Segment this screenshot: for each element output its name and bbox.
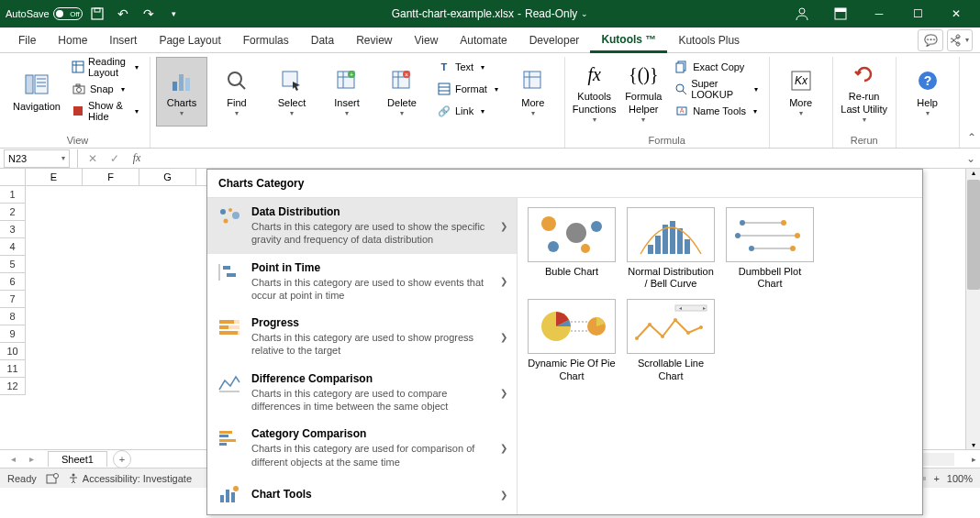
fx-icon[interactable]: fx <box>126 149 148 168</box>
chart-dynamic-pie[interactable]: Dynamic Pie Of Pie Chart <box>527 299 617 381</box>
svg-rect-81 <box>685 239 690 254</box>
tab-view[interactable]: View <box>404 28 450 53</box>
help-button[interactable]: ? Help▾ <box>902 57 953 127</box>
tab-page-layout[interactable]: Page Layout <box>148 28 231 53</box>
formula-expand-icon[interactable]: ⌄ <box>962 149 980 168</box>
sheet-tab[interactable]: Sheet1 <box>48 451 107 467</box>
category-category-comparison[interactable]: Category ComparisonCharts in this catego… <box>207 420 517 476</box>
chart-dumbbell[interactable]: Dumbbell Plot Chart <box>725 207 815 290</box>
more-button[interactable]: More▾ <box>507 57 559 127</box>
row-header[interactable]: 6 <box>0 273 26 291</box>
save-icon[interactable] <box>86 3 108 25</box>
row-header[interactable]: 4 <box>0 238 26 256</box>
chart-bubble[interactable]: Buble Chart <box>527 207 617 290</box>
tab-developer[interactable]: Developer <box>518 28 591 53</box>
redo-icon[interactable]: ↷ <box>138 3 160 25</box>
category-progress[interactable]: ProgressCharts in this category are used… <box>207 309 517 365</box>
svg-point-102 <box>686 331 690 335</box>
svg-point-51 <box>232 212 239 219</box>
select-button[interactable]: Select▾ <box>266 57 317 127</box>
tab-review[interactable]: Review <box>345 28 403 53</box>
row-header[interactable]: 9 <box>0 325 26 343</box>
row-header[interactable]: 5 <box>0 256 26 273</box>
row-header[interactable]: 11 <box>0 360 26 378</box>
camera-icon <box>72 82 86 96</box>
undo-icon[interactable]: ↶ <box>112 3 134 25</box>
ribbon-options-icon[interactable] <box>822 0 859 28</box>
category-data-distribution[interactable]: Data DistributionCharts in this category… <box>207 198 517 254</box>
kutools-functions-button[interactable]: fx Kutools Functions▾ <box>571 57 618 127</box>
enter-formula-icon[interactable]: ✓ <box>104 149 126 168</box>
vertical-scrollbar[interactable]: ▴ ▾ <box>965 169 980 449</box>
svg-rect-68 <box>226 490 229 502</box>
autosave-toggle[interactable]: AutoSave Off <box>6 7 83 20</box>
row-header[interactable]: 2 <box>0 204 26 221</box>
category-point-in-time[interactable]: Point in TimeCharts in this category are… <box>207 254 517 310</box>
help-icon: ? <box>913 66 942 95</box>
tab-insert[interactable]: Insert <box>98 28 148 53</box>
vscroll-thumb[interactable] <box>967 180 980 290</box>
rerun-button[interactable]: Re-run Last Utility▾ <box>839 57 890 127</box>
category-chart-tools[interactable]: Chart Tools ❯ <box>207 476 517 514</box>
chart-normal-distribution[interactable]: Normal Distribution / Bell Curve <box>626 207 716 290</box>
share-icon[interactable]: ▾ <box>947 29 973 51</box>
col-header[interactable]: F <box>83 169 139 186</box>
formula-helper-button[interactable]: {()} Formula Helper▾ <box>622 57 666 127</box>
hscroll-right[interactable]: ▸ <box>967 453 980 466</box>
col-header[interactable]: G <box>139 169 196 186</box>
tab-kutools[interactable]: Kutools ™ <box>590 28 667 53</box>
zoom-in[interactable]: + <box>933 473 939 484</box>
row-header[interactable]: 1 <box>0 186 26 204</box>
insert-button[interactable]: + Insert▾ <box>321 57 373 127</box>
row-header[interactable]: 7 <box>0 291 26 308</box>
find-button[interactable]: Find▾ <box>211 57 262 127</box>
row-header[interactable]: 12 <box>0 378 26 395</box>
snap-button[interactable]: Snap▾ <box>66 79 144 99</box>
sheet-nav-next[interactable]: ▸ <box>24 452 39 467</box>
text-button[interactable]: TText▾ <box>431 57 504 77</box>
tab-kutools-plus[interactable]: Kutools Plus <box>667 28 751 53</box>
account-icon[interactable] <box>784 0 820 28</box>
charts-button[interactable]: Charts▾ <box>156 57 207 127</box>
tab-automate[interactable]: Automate <box>449 28 518 53</box>
add-sheet-button[interactable]: + <box>113 450 131 468</box>
select-all-cell[interactable] <box>0 169 26 186</box>
exact-copy-button[interactable]: Exact Copy <box>669 57 763 77</box>
ribbon-collapse-icon[interactable]: ⌃ <box>960 127 980 148</box>
formula-input[interactable] <box>148 149 962 168</box>
show-hide-button[interactable]: Show & Hide▾ <box>66 101 144 121</box>
tab-formulas[interactable]: Formulas <box>232 28 300 53</box>
cancel-formula-icon[interactable]: ✕ <box>82 149 104 168</box>
svg-text:×: × <box>405 72 408 78</box>
macro-record-icon[interactable] <box>46 472 59 485</box>
delete-button[interactable]: × Delete▾ <box>376 57 428 127</box>
navigation-button[interactable]: Navigation <box>11 57 62 127</box>
comments-icon[interactable]: 💬 <box>918 29 943 51</box>
bell-curve-thumb <box>627 207 715 262</box>
row-header[interactable]: 8 <box>0 308 26 325</box>
tab-file[interactable]: File <box>7 28 47 53</box>
link-button[interactable]: 🔗Link▾ <box>431 101 504 121</box>
tab-home[interactable]: Home <box>47 28 98 53</box>
row-header[interactable]: 3 <box>0 221 26 238</box>
super-lookup-button[interactable]: Super LOOKUP▾ <box>669 79 763 99</box>
more2-button[interactable]: Kx More▾ <box>775 57 827 127</box>
minimize-icon[interactable]: ─ <box>861 0 897 28</box>
close-icon[interactable]: ✕ <box>938 0 974 28</box>
tab-data[interactable]: Data <box>300 28 345 53</box>
svg-point-14 <box>76 88 81 93</box>
reading-layout-button[interactable]: Reading Layout▾ <box>66 57 144 77</box>
format-button[interactable]: Format▾ <box>431 79 504 99</box>
category-difference-comparison[interactable]: Difference ComparisonCharts in this cate… <box>207 365 517 421</box>
accessibility-status[interactable]: Accessibility: Investigate <box>68 473 192 484</box>
col-header[interactable]: E <box>26 169 83 186</box>
zoom-level[interactable]: 100% <box>947 473 973 484</box>
name-tools-button[interactable]: AName Tools▾ <box>669 101 763 121</box>
row-header[interactable]: 10 <box>0 343 26 360</box>
maximize-icon[interactable]: ☐ <box>899 0 936 28</box>
name-box[interactable]: N23▾ <box>4 149 70 168</box>
svg-rect-1 <box>95 8 100 12</box>
qat-dropdown-icon[interactable]: ▾ <box>163 3 185 25</box>
chart-scrollable-line[interactable]: ◂▸ Scrollable Line Chart <box>626 299 716 381</box>
sheet-nav-prev[interactable]: ◂ <box>6 452 20 467</box>
